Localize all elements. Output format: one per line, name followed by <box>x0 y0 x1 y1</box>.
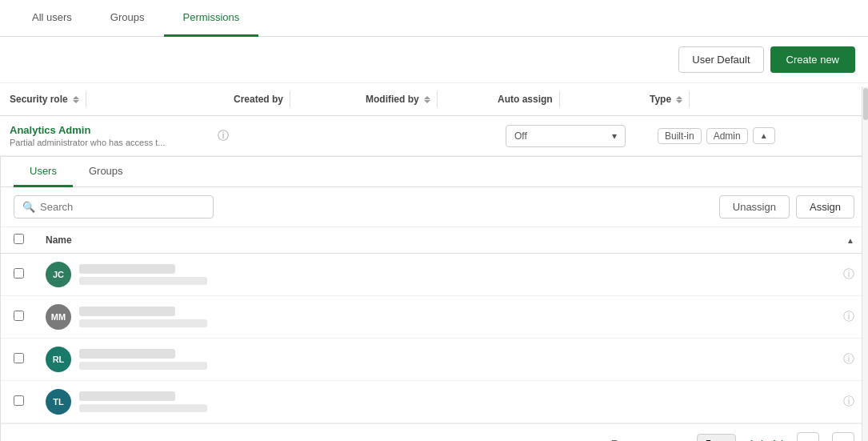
select-all-cell <box>14 234 46 247</box>
user-table-header: Name ▲ <box>1 227 867 254</box>
assign-button[interactable]: Assign <box>796 195 854 218</box>
table-header: Security role Created by Modified by Aut… <box>0 83 868 116</box>
sort-name-icon[interactable]: ▲ <box>846 236 854 245</box>
scrollbar-track <box>862 86 868 441</box>
th-security: Security role <box>0 91 224 107</box>
create-new-button[interactable]: Create new <box>770 46 855 73</box>
th-type: Type <box>640 91 868 107</box>
user-checkbox-cell-4 <box>14 395 46 408</box>
role-description: Partial administrator who has access t..… <box>10 138 214 147</box>
name-column-header: Name ▲ <box>46 235 854 246</box>
search-input-wrap[interactable]: 🔍 <box>14 195 214 218</box>
user-checkbox-4[interactable] <box>14 395 24 406</box>
user-checkbox-1[interactable] <box>14 268 24 279</box>
user-info-1 <box>79 264 843 285</box>
th-modified: Modified by <box>356 91 488 107</box>
user-info-icon-3[interactable]: ⓘ <box>843 352 854 367</box>
tab-groups[interactable]: Groups <box>91 0 164 37</box>
collapse-button[interactable]: ▲ <box>753 127 775 144</box>
role-row: Analytics Admin Partial administrator wh… <box>0 116 868 156</box>
col-divider-3 <box>437 91 438 107</box>
tag-admin: Admin <box>706 128 748 144</box>
user-email-3 <box>79 362 207 370</box>
user-email-2 <box>79 319 207 327</box>
col-divider-4 <box>559 91 560 107</box>
page-range: 1-4 of 4 <box>749 438 784 442</box>
user-checkbox-3[interactable] <box>14 353 24 363</box>
user-info-4 <box>79 391 843 412</box>
user-avatar-1: JC <box>46 262 71 287</box>
user-row-3: RL ⓘ <box>1 339 867 381</box>
user-checkbox-2[interactable] <box>14 311 24 321</box>
col-divider-5 <box>689 91 690 107</box>
user-checkbox-cell-2 <box>14 311 46 323</box>
unassign-button[interactable]: Unassign <box>719 195 790 218</box>
user-name-1 <box>79 264 175 274</box>
rows-per-page-select[interactable]: 5 10 25 <box>697 434 736 442</box>
role-type-cell: Built-in Admin ▲ <box>651 127 868 144</box>
tab-all-users[interactable]: All users <box>13 0 91 37</box>
rows-per-page-label: Rows per page: <box>611 438 684 442</box>
th-auto-assign: Auto assign <box>488 91 640 107</box>
auto-assign-dropdown[interactable]: Off ▾ <box>506 125 626 147</box>
user-email-1 <box>79 277 207 285</box>
sort-modified-icon[interactable] <box>424 96 430 103</box>
user-row: JC ⓘ <box>1 254 867 296</box>
sort-type-icon[interactable] <box>676 96 682 103</box>
toolbar: User Default Create new <box>0 37 868 83</box>
top-tabs: All users Groups Permissions <box>0 0 868 37</box>
prev-page-button[interactable]: ‹ <box>797 432 819 441</box>
dropdown-arrow-icon: ▾ <box>612 130 617 142</box>
col-divider-1 <box>86 91 86 107</box>
inner-tabs: Users Groups <box>1 157 867 187</box>
next-page-button[interactable]: › <box>832 432 854 441</box>
user-checkbox-cell-3 <box>14 353 46 366</box>
search-actions: Unassign Assign <box>719 195 854 218</box>
user-info-2 <box>79 307 843 327</box>
tag-builtin: Built-in <box>658 128 702 144</box>
user-row-2: MM ⓘ <box>1 296 867 339</box>
col-divider-2 <box>290 91 290 107</box>
role-security-cell: Analytics Admin Partial administrator wh… <box>0 124 224 147</box>
pagination: Rows per page: 5 10 25 1-4 of 4 ‹ › <box>1 423 867 441</box>
sort-security-icon[interactable] <box>73 96 79 103</box>
user-avatar-2: MM <box>46 304 71 330</box>
user-row-4: TL ⓘ <box>1 381 867 423</box>
user-name-2 <box>79 307 175 316</box>
user-checkbox-cell-1 <box>14 268 46 281</box>
role-auto-cell: Off ▾ <box>499 125 651 147</box>
inner-panel: Users Groups 🔍 Unassign Assign Name ▲ <box>0 156 868 441</box>
user-info-icon-1[interactable]: ⓘ <box>843 267 854 282</box>
user-name-4 <box>79 391 175 401</box>
search-input[interactable] <box>40 201 205 213</box>
tab-permissions[interactable]: Permissions <box>164 0 259 37</box>
user-avatar-4: TL <box>46 389 71 415</box>
user-email-4 <box>79 404 207 412</box>
select-all-checkbox[interactable] <box>14 234 24 244</box>
user-name-3 <box>79 349 175 359</box>
inner-tab-users[interactable]: Users <box>14 157 73 187</box>
role-info-icon[interactable]: ⓘ <box>218 129 229 143</box>
scrollbar-thumb[interactable] <box>863 88 868 120</box>
search-icon: 🔍 <box>22 201 35 213</box>
role-name[interactable]: Analytics Admin <box>10 124 214 136</box>
user-info-3 <box>79 349 843 370</box>
search-bar: 🔍 Unassign Assign <box>1 187 867 227</box>
inner-tab-groups[interactable]: Groups <box>73 157 139 187</box>
user-info-icon-4[interactable]: ⓘ <box>843 395 854 409</box>
user-info-icon-2[interactable]: ⓘ <box>843 310 854 324</box>
th-created: Created by <box>224 91 356 107</box>
user-default-button[interactable]: User Default <box>678 46 763 73</box>
user-avatar-3: RL <box>46 347 71 372</box>
